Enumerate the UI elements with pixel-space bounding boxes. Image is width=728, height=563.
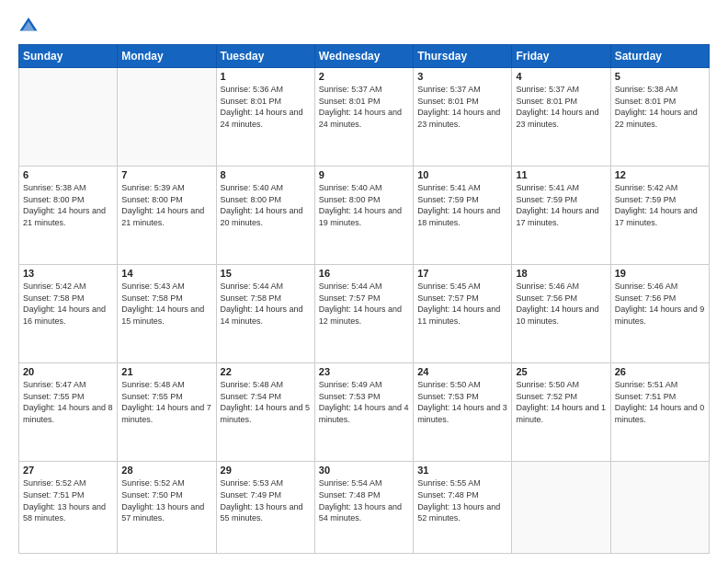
day-info: Sunrise: 5:50 AMSunset: 7:53 PMDaylight:… xyxy=(417,379,507,425)
day-number: 5 xyxy=(615,71,705,82)
logo-icon xyxy=(18,15,39,35)
day-info: Sunrise: 5:37 AMSunset: 8:01 PMDaylight:… xyxy=(516,84,606,130)
day-number: 1 xyxy=(221,71,311,82)
day-info: Sunrise: 5:40 AMSunset: 8:00 PMDaylight:… xyxy=(319,182,409,228)
calendar-day-cell: 7Sunrise: 5:39 AMSunset: 8:00 PMDaylight… xyxy=(118,167,216,265)
calendar-day-cell: 10Sunrise: 5:41 AMSunset: 7:59 PMDayligh… xyxy=(414,167,512,265)
day-info: Sunrise: 5:51 AMSunset: 7:51 PMDaylight:… xyxy=(615,379,705,425)
calendar-day-cell: 20Sunrise: 5:47 AMSunset: 7:55 PMDayligh… xyxy=(19,363,118,462)
day-number: 21 xyxy=(121,366,211,377)
day-number: 26 xyxy=(615,366,705,377)
day-info: Sunrise: 5:42 AMSunset: 7:59 PMDaylight:… xyxy=(615,182,705,228)
header xyxy=(18,15,710,35)
calendar-week-row: 13Sunrise: 5:42 AMSunset: 7:58 PMDayligh… xyxy=(19,265,710,363)
day-number: 7 xyxy=(121,169,211,180)
calendar-day-cell: 19Sunrise: 5:46 AMSunset: 7:56 PMDayligh… xyxy=(610,265,709,363)
calendar-week-row: 1Sunrise: 5:36 AMSunset: 8:01 PMDaylight… xyxy=(19,68,710,167)
day-number: 22 xyxy=(221,366,311,377)
day-number: 18 xyxy=(516,268,606,279)
day-info: Sunrise: 5:54 AMSunset: 7:48 PMDaylight:… xyxy=(319,477,409,523)
calendar-week-row: 20Sunrise: 5:47 AMSunset: 7:55 PMDayligh… xyxy=(19,363,710,462)
calendar-day-cell xyxy=(118,68,216,167)
calendar-day-cell: 17Sunrise: 5:45 AMSunset: 7:57 PMDayligh… xyxy=(414,265,512,363)
calendar-day-cell: 13Sunrise: 5:42 AMSunset: 7:58 PMDayligh… xyxy=(19,265,118,363)
calendar-day-cell: 16Sunrise: 5:44 AMSunset: 7:57 PMDayligh… xyxy=(314,265,413,363)
calendar-week-row: 27Sunrise: 5:52 AMSunset: 7:51 PMDayligh… xyxy=(19,462,710,554)
day-info: Sunrise: 5:36 AMSunset: 8:01 PMDaylight:… xyxy=(221,84,311,130)
day-number: 30 xyxy=(319,465,409,476)
day-info: Sunrise: 5:37 AMSunset: 8:01 PMDaylight:… xyxy=(319,84,409,130)
day-number: 20 xyxy=(23,366,113,377)
day-number: 3 xyxy=(417,71,507,82)
day-number: 19 xyxy=(615,268,705,279)
calendar-day-cell: 9Sunrise: 5:40 AMSunset: 8:00 PMDaylight… xyxy=(314,167,413,265)
calendar-day-cell: 15Sunrise: 5:44 AMSunset: 7:58 PMDayligh… xyxy=(216,265,314,363)
calendar-day-cell: 31Sunrise: 5:55 AMSunset: 7:48 PMDayligh… xyxy=(414,462,512,554)
day-info: Sunrise: 5:50 AMSunset: 7:52 PMDaylight:… xyxy=(516,379,606,425)
calendar-day-cell: 23Sunrise: 5:49 AMSunset: 7:53 PMDayligh… xyxy=(314,363,413,462)
calendar-day-cell: 24Sunrise: 5:50 AMSunset: 7:53 PMDayligh… xyxy=(414,363,512,462)
calendar-day-cell: 29Sunrise: 5:53 AMSunset: 7:49 PMDayligh… xyxy=(216,462,314,554)
calendar-day-cell: 26Sunrise: 5:51 AMSunset: 7:51 PMDayligh… xyxy=(610,363,709,462)
day-number: 23 xyxy=(319,366,409,377)
day-number: 24 xyxy=(417,366,507,377)
day-number: 4 xyxy=(516,71,606,82)
calendar-day-cell: 8Sunrise: 5:40 AMSunset: 8:00 PMDaylight… xyxy=(216,167,314,265)
calendar-day-cell: 5Sunrise: 5:38 AMSunset: 8:01 PMDaylight… xyxy=(610,68,709,167)
calendar-day-cell: 4Sunrise: 5:37 AMSunset: 8:01 PMDaylight… xyxy=(512,68,610,167)
calendar-day-cell: 2Sunrise: 5:37 AMSunset: 8:01 PMDaylight… xyxy=(314,68,413,167)
calendar-day-cell xyxy=(512,462,610,554)
day-number: 31 xyxy=(417,465,507,476)
calendar-day-cell: 21Sunrise: 5:48 AMSunset: 7:55 PMDayligh… xyxy=(118,363,216,462)
weekday-cell: Thursday xyxy=(414,45,512,68)
calendar-day-cell: 11Sunrise: 5:41 AMSunset: 7:59 PMDayligh… xyxy=(512,167,610,265)
calendar-day-cell: 22Sunrise: 5:48 AMSunset: 7:54 PMDayligh… xyxy=(216,363,314,462)
calendar-day-cell: 12Sunrise: 5:42 AMSunset: 7:59 PMDayligh… xyxy=(610,167,709,265)
calendar-day-cell: 14Sunrise: 5:43 AMSunset: 7:58 PMDayligh… xyxy=(118,265,216,363)
day-info: Sunrise: 5:48 AMSunset: 7:55 PMDaylight:… xyxy=(121,379,211,425)
day-info: Sunrise: 5:39 AMSunset: 8:00 PMDaylight:… xyxy=(121,182,211,228)
day-info: Sunrise: 5:41 AMSunset: 7:59 PMDaylight:… xyxy=(417,182,507,228)
logo xyxy=(18,15,42,35)
day-info: Sunrise: 5:41 AMSunset: 7:59 PMDaylight:… xyxy=(516,182,606,228)
day-number: 17 xyxy=(417,268,507,279)
calendar-day-cell: 25Sunrise: 5:50 AMSunset: 7:52 PMDayligh… xyxy=(512,363,610,462)
calendar-day-cell xyxy=(610,462,709,554)
calendar-day-cell: 6Sunrise: 5:38 AMSunset: 8:00 PMDaylight… xyxy=(19,167,118,265)
day-info: Sunrise: 5:38 AMSunset: 8:00 PMDaylight:… xyxy=(23,182,113,228)
weekday-cell: Tuesday xyxy=(216,45,314,68)
page: SundayMondayTuesdayWednesdayThursdayFrid… xyxy=(0,0,728,563)
weekday-header-row: SundayMondayTuesdayWednesdayThursdayFrid… xyxy=(19,45,710,68)
calendar-day-cell: 18Sunrise: 5:46 AMSunset: 7:56 PMDayligh… xyxy=(512,265,610,363)
day-info: Sunrise: 5:42 AMSunset: 7:58 PMDaylight:… xyxy=(23,281,113,327)
calendar-body: 1Sunrise: 5:36 AMSunset: 8:01 PMDaylight… xyxy=(19,68,710,554)
day-number: 13 xyxy=(23,268,113,279)
day-info: Sunrise: 5:48 AMSunset: 7:54 PMDaylight:… xyxy=(221,379,311,425)
day-info: Sunrise: 5:38 AMSunset: 8:01 PMDaylight:… xyxy=(615,84,705,130)
day-number: 15 xyxy=(221,268,311,279)
day-info: Sunrise: 5:37 AMSunset: 8:01 PMDaylight:… xyxy=(417,84,507,130)
day-info: Sunrise: 5:53 AMSunset: 7:49 PMDaylight:… xyxy=(221,477,311,523)
day-info: Sunrise: 5:45 AMSunset: 7:57 PMDaylight:… xyxy=(417,281,507,327)
day-number: 29 xyxy=(221,465,311,476)
day-number: 2 xyxy=(319,71,409,82)
day-info: Sunrise: 5:52 AMSunset: 7:51 PMDaylight:… xyxy=(23,477,113,523)
calendar-table: SundayMondayTuesdayWednesdayThursdayFrid… xyxy=(18,44,710,554)
day-info: Sunrise: 5:47 AMSunset: 7:55 PMDaylight:… xyxy=(23,379,113,425)
calendar-day-cell: 28Sunrise: 5:52 AMSunset: 7:50 PMDayligh… xyxy=(118,462,216,554)
weekday-cell: Wednesday xyxy=(314,45,413,68)
calendar-week-row: 6Sunrise: 5:38 AMSunset: 8:00 PMDaylight… xyxy=(19,167,710,265)
calendar-day-cell: 30Sunrise: 5:54 AMSunset: 7:48 PMDayligh… xyxy=(314,462,413,554)
day-number: 11 xyxy=(516,169,606,180)
calendar-day-cell: 3Sunrise: 5:37 AMSunset: 8:01 PMDaylight… xyxy=(414,68,512,167)
day-info: Sunrise: 5:52 AMSunset: 7:50 PMDaylight:… xyxy=(121,477,211,523)
weekday-cell: Saturday xyxy=(610,45,709,68)
day-info: Sunrise: 5:46 AMSunset: 7:56 PMDaylight:… xyxy=(615,281,705,327)
day-number: 16 xyxy=(319,268,409,279)
day-number: 27 xyxy=(23,465,113,476)
calendar-day-cell xyxy=(19,68,118,167)
day-number: 14 xyxy=(121,268,211,279)
day-info: Sunrise: 5:44 AMSunset: 7:58 PMDaylight:… xyxy=(221,281,311,327)
weekday-cell: Sunday xyxy=(19,45,118,68)
day-info: Sunrise: 5:49 AMSunset: 7:53 PMDaylight:… xyxy=(319,379,409,425)
